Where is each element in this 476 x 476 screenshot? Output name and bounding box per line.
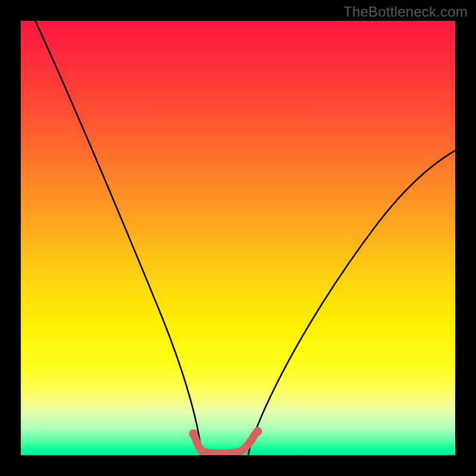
pink-end-dot-left xyxy=(189,430,198,439)
chart-frame: TheBottleneck.com xyxy=(0,0,476,476)
pink-end-dot-right xyxy=(253,427,262,436)
plot-area xyxy=(21,21,455,455)
left-curve xyxy=(34,21,202,455)
right-curve xyxy=(248,149,455,455)
bottom-pink-segment xyxy=(195,434,255,453)
curve-layer xyxy=(21,21,455,455)
watermark-text: TheBottleneck.com xyxy=(343,4,468,20)
